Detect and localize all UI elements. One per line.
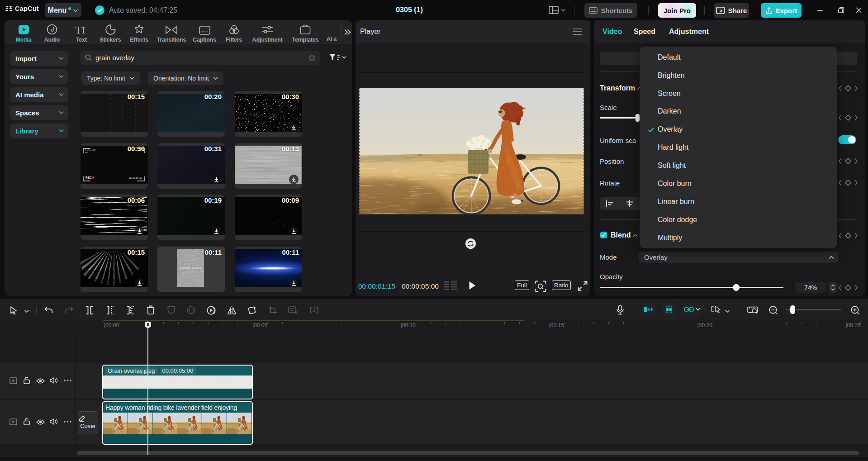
svg-text:REC: REC [85, 176, 92, 179]
svg-text:T: T [75, 25, 82, 35]
svg-text:I: I [82, 25, 85, 35]
svg-text:trim: trim [85, 151, 88, 153]
svg-text:15:30:56:20: 15:30:56:20 [129, 176, 142, 179]
